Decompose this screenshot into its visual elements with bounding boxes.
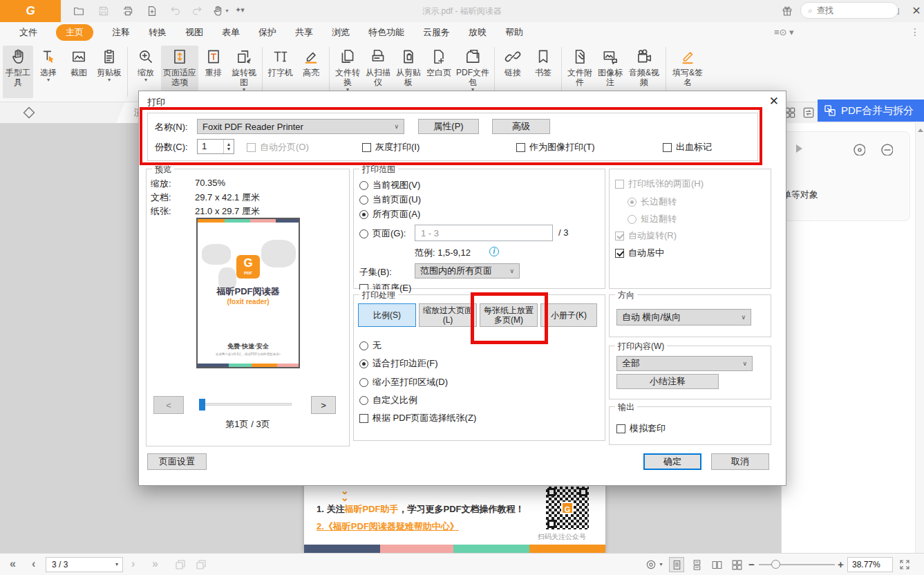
auto-center-checkbox[interactable]: 自动居中 — [615, 247, 664, 259]
collapse-minus-icon[interactable] — [879, 142, 893, 155]
target-icon[interactable] — [851, 142, 865, 155]
menu-comment[interactable]: 注释 — [112, 26, 130, 39]
scale-tab[interactable]: 比例(S) — [358, 303, 416, 327]
menu-home[interactable]: 主页 — [56, 24, 93, 41]
last-page-icon[interactable]: » — [152, 557, 158, 571]
ribbon-clipboard[interactable]: 剪贴板▾ — [94, 46, 124, 98]
orientation-select[interactable]: 自动 横向/纵向∨ — [616, 309, 751, 326]
menu-protect[interactable]: 保护 — [258, 26, 276, 39]
pages-radio[interactable]: 页面(G): — [359, 227, 406, 240]
grayscale-checkbox[interactable]: 灰度打印(I) — [362, 141, 419, 153]
search-box[interactable]: ⌕ — [800, 2, 898, 19]
fit-margins-radio[interactable]: 适合打印边距(F) — [359, 357, 438, 370]
properties-button[interactable]: 属性(P) — [418, 119, 479, 134]
zoom-slider-handle[interactable] — [771, 560, 780, 569]
swap-pages-icon[interactable] — [802, 106, 815, 120]
preview-page-slider-track[interactable] — [199, 403, 292, 406]
print-content-select[interactable]: 全部∨ — [616, 356, 753, 371]
info-icon[interactable]: i — [489, 247, 499, 256]
single-page-view-icon[interactable] — [669, 557, 684, 572]
gift-icon[interactable] — [781, 5, 793, 17]
close-button[interactable]: ✕ — [906, 0, 924, 22]
previous-page-icon[interactable]: ‹ — [32, 557, 35, 571]
choose-paper-by-pdf-checkbox[interactable]: 根据 PDF页面选择纸张(Z) — [359, 412, 476, 424]
auto-rotate-checkbox[interactable]: 自动旋转(R) — [615, 229, 677, 242]
help-center-link[interactable]: 2.《福昕PDF阅读器疑难帮助中心》 — [317, 520, 459, 533]
scale-none-radio[interactable]: 无 — [359, 339, 381, 352]
ribbon-select[interactable]: 选择▾ — [33, 46, 64, 98]
printer-name-select[interactable]: Foxit PDF Reader Printer∨ — [197, 119, 404, 134]
menu-cloud[interactable]: 云服务 — [423, 26, 450, 39]
pdf-merge-split-button[interactable]: PDF合并与拆分 — [818, 100, 924, 122]
first-page-icon[interactable]: « — [10, 557, 16, 571]
cancel-button[interactable]: 取消 — [711, 453, 769, 470]
menu-file[interactable]: 文件 — [19, 26, 37, 39]
zoom-in-icon[interactable]: + — [838, 558, 844, 570]
caret-down-icon: ▾ — [108, 77, 111, 83]
menu-help[interactable]: 帮助 — [505, 26, 523, 39]
previous-view-icon[interactable] — [174, 558, 187, 571]
summarize-comments-button[interactable]: 小结注释 — [616, 374, 719, 389]
expand-play-icon[interactable] — [796, 144, 802, 153]
scroll-up-icon[interactable] — [918, 129, 923, 132]
simulate-overprint-checkbox[interactable]: 模拟套印 — [616, 422, 666, 435]
menu-form[interactable]: 表单 — [222, 26, 240, 39]
panel-scrollbar[interactable] — [915, 123, 924, 553]
zoom-level-input[interactable] — [848, 558, 892, 572]
menu-features[interactable]: 特色功能 — [368, 26, 404, 39]
print-as-image-checkbox[interactable]: 作为图像打印(T) — [516, 141, 595, 153]
caret-down-icon[interactable]: ▼ — [659, 562, 663, 567]
fullscreen-icon[interactable] — [898, 558, 911, 571]
subset-select[interactable]: 范围内的所有页面∨ — [415, 263, 520, 279]
menu-share[interactable]: 共享 — [295, 26, 313, 39]
custom-scale-radio[interactable]: 自定义比例 — [359, 394, 417, 406]
booklet-tab[interactable]: 小册子(K) — [540, 303, 597, 327]
view-mode-eye-icon[interactable] — [645, 558, 657, 571]
find-filter-icon[interactable]: ≡⊙ ▾ — [774, 27, 794, 37]
print-both-sides-checkbox[interactable]: 打印纸张的两面(H) — [615, 178, 704, 190]
collate-checkbox[interactable]: 自动分页(O) — [247, 141, 309, 153]
pages-range-input[interactable]: 1 - 3 — [415, 225, 553, 241]
zoom-out-icon[interactable]: − — [748, 558, 755, 570]
continuous-view-icon[interactable] — [689, 557, 704, 572]
facing-continuous-view-icon[interactable] — [729, 557, 744, 572]
next-view-icon[interactable] — [195, 558, 207, 571]
next-page-icon[interactable]: › — [131, 557, 135, 571]
zoom-level-box[interactable] — [847, 557, 893, 572]
menu-slideshow[interactable]: 放映 — [469, 26, 487, 39]
all-pages-radio[interactable]: 所有页面(A) — [359, 208, 420, 220]
zoom-slider-track[interactable] — [759, 564, 835, 565]
advanced-button[interactable]: 高级 — [492, 119, 550, 134]
checkbox-icon — [247, 143, 256, 152]
dialog-close-icon[interactable]: ✕ — [769, 94, 779, 109]
menu-browse[interactable]: 浏览 — [332, 26, 350, 39]
page-indicator[interactable]: 3 / 3▾ — [46, 557, 123, 572]
facing-view-icon[interactable] — [709, 557, 724, 572]
signature-quill-icon[interactable] — [21, 104, 37, 121]
shrink-oversized-tab[interactable]: 缩放过大页面(L) — [419, 303, 477, 327]
multiple-pages-per-sheet-tab[interactable]: 每张纸上放置多页(M) — [480, 303, 538, 327]
ribbon-snapshot[interactable]: 截图 — [64, 46, 94, 98]
preview-prev-button[interactable]: < — [153, 396, 184, 414]
preview-page-slider-handle[interactable] — [199, 399, 205, 411]
qr-finder — [579, 488, 587, 496]
copies-stepper[interactable]: 1 ▲▼ — [197, 139, 234, 154]
menu-convert[interactable]: 转换 — [149, 26, 167, 39]
preview-next-button[interactable]: > — [311, 396, 336, 414]
current-page-radio[interactable]: 当前页面(U) — [359, 194, 421, 206]
page-setup-button[interactable]: 页面设置 — [147, 453, 207, 470]
menu-view[interactable]: 视图 — [185, 26, 203, 39]
search-input[interactable] — [817, 6, 879, 15]
more-options-icon[interactable]: ⋮ — [910, 26, 920, 37]
flip-long-edge-radio[interactable]: 长边翻转 — [628, 196, 677, 208]
reduce-to-printable-radio[interactable]: 缩小至打印区域(D) — [359, 376, 448, 388]
duplex-group: 打印纸张的两面(H) 长边翻转 短边翻转 自动旋转(R) 自动居中 — [609, 169, 771, 289]
radio-icon — [359, 359, 368, 368]
bleed-marks-checkbox[interactable]: 出血标记 — [663, 141, 712, 153]
flip-short-edge-radio[interactable]: 短边翻转 — [628, 213, 677, 225]
radio-icon — [359, 210, 368, 219]
stepper-arrows-icon[interactable]: ▲▼ — [223, 140, 234, 153]
current-view-radio[interactable]: 当前视图(V) — [359, 179, 420, 191]
ribbon-hand-tool[interactable]: 手型工具 — [3, 46, 33, 98]
ok-button[interactable]: 确定 — [643, 453, 701, 470]
